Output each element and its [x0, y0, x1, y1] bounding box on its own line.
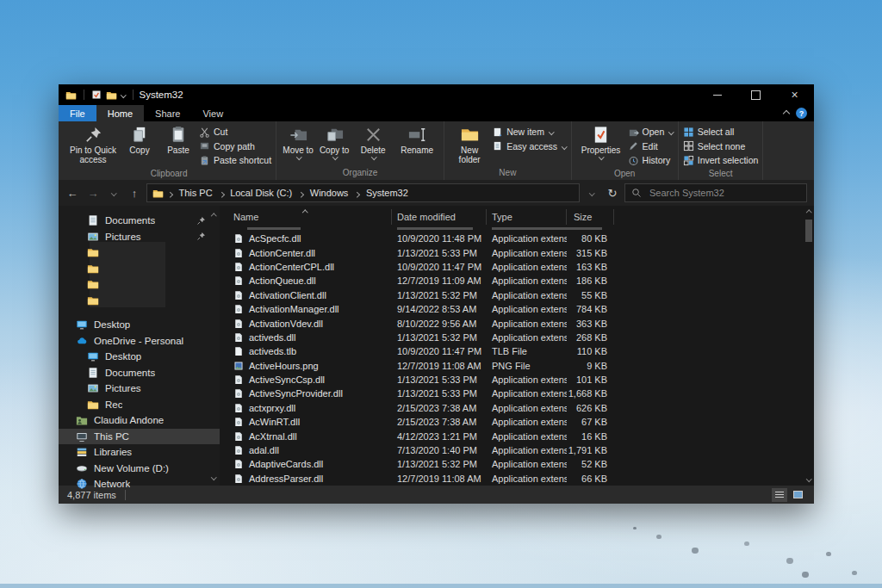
sidebar-item-this-pc[interactable]: This PC	[59, 429, 220, 445]
sidebar-item-pictures[interactable]: Pictures	[59, 381, 220, 397]
file-row-activeds-tlb[interactable]: activeds.tlb10/9/2020 11:47 PMTLB File11…	[220, 344, 804, 358]
sidebar-item-label: Desktop	[105, 351, 141, 362]
desktop-wallpaper: System32 × FileHomeShareView ? Pin to Qu…	[0, 0, 882, 588]
sidebar-item-desktop[interactable]: Desktop	[59, 349, 220, 365]
recent-locations-button[interactable]	[105, 184, 122, 201]
file-row-addressparser-dll[interactable]: AddressParser.dll12/7/2019 11:08 AMAppli…	[220, 472, 804, 486]
sidebar-item-redacted[interactable]	[59, 276, 220, 293]
sidebar-item-libraries[interactable]: Libraries	[59, 444, 220, 461]
scrollbar-thumb[interactable]	[805, 220, 812, 242]
up-button[interactable]: ↑	[126, 184, 143, 201]
sidebar-item-rec[interactable]: Rec	[59, 397, 220, 413]
move-to-icon	[289, 125, 308, 145]
breadcrumb[interactable]: This PCLocal Disk (C:)WindowsSystem32	[146, 183, 580, 202]
type-cell: Application extens...	[487, 262, 567, 272]
pin-to-quick-access-button[interactable]: Pin to Quick access	[66, 124, 120, 165]
properties-quick-icon[interactable]	[91, 90, 102, 100]
file-row-actioncentercpl-dll[interactable]: ActionCenterCPL.dll10/9/2020 11:47 PMApp…	[220, 260, 804, 274]
tab-home[interactable]: Home	[96, 105, 144, 121]
close-button[interactable]: ×	[775, 84, 814, 105]
pushpin-icon	[84, 125, 103, 145]
copy-to-button[interactable]: Copy to	[317, 124, 351, 160]
sidebar-item-claudiu-andone[interactable]: Claudiu Andone	[59, 412, 220, 429]
minimize-ribbon-chevron-icon[interactable]	[783, 109, 790, 116]
sidebar-item-redacted[interactable]	[59, 244, 220, 261]
copy-path-button[interactable]: Copy path	[199, 139, 271, 154]
sidebar-item-label: Pictures	[105, 232, 141, 242]
paste-shortcut-button[interactable]: Paste shortcut	[199, 153, 271, 168]
date-modified-cell: 10/9/2020 11:48 PM	[392, 233, 487, 244]
properties-button[interactable]: Properties	[576, 124, 626, 160]
breadcrumb-item-local-disk-c[interactable]: Local Disk (C:)	[227, 188, 295, 198]
date-modified-cell: 8/10/2022 9:56 AM	[392, 319, 487, 329]
history-button[interactable]: History	[628, 153, 674, 168]
paste-button[interactable]: Paste	[159, 124, 197, 156]
file-row-activeds-dll[interactable]: activeds.dll1/13/2021 5:32 PMApplication…	[220, 331, 804, 344]
file-row-activesyncprovider-dll[interactable]: ActiveSyncProvider.dll1/13/2021 5:33 PMA…	[220, 387, 804, 400]
sidebar-item-new-volume-d[interactable]: New Volume (D:)	[59, 461, 220, 477]
tab-share[interactable]: Share	[144, 105, 191, 121]
sidebar-item-documents[interactable]: Documents	[59, 213, 220, 229]
file-row-actxprxy-dll[interactable]: actxprxy.dll2/15/2023 7:38 AMApplication…	[220, 401, 804, 415]
sidebar-item-pictures[interactable]: Pictures	[59, 229, 220, 245]
tab-file[interactable]: File	[59, 105, 96, 121]
maximize-button[interactable]	[736, 84, 775, 105]
column-header-date-modified[interactable]: Date modified	[392, 209, 487, 225]
tab-view[interactable]: View	[191, 105, 234, 121]
cut-button[interactable]: Cut	[199, 125, 271, 139]
easy-access-button[interactable]: Easy access	[492, 139, 566, 154]
forward-button[interactable]: →	[84, 184, 102, 201]
maximize-icon	[751, 90, 761, 100]
copy-button[interactable]: Copy	[121, 124, 158, 156]
scroll-down-button[interactable]	[804, 473, 814, 484]
select-all-button[interactable]: Select all	[683, 125, 759, 139]
address-dropdown-button[interactable]	[583, 184, 600, 201]
file-row-acxtrnal-dll[interactable]: AcXtrnal.dll4/12/2023 1:21 PMApplication…	[220, 429, 804, 443]
help-icon[interactable]: ?	[796, 108, 807, 119]
file-row-activationvdev-dll[interactable]: ActivationVdev.dll8/10/2022 9:56 AMAppli…	[220, 316, 804, 330]
sidebar-item-documents[interactable]: Documents	[59, 365, 220, 381]
rename-button[interactable]: Rename	[394, 124, 439, 156]
customize-toolbar-chevron-icon[interactable]	[121, 92, 126, 97]
file-row-actionqueue-dll[interactable]: ActionQueue.dll12/7/2019 11:09 AMApplica…	[220, 274, 804, 288]
details-view-button[interactable]	[772, 488, 787, 502]
breadcrumb-item-this-pc[interactable]: This PC	[177, 188, 215, 198]
select-none-button[interactable]: Select none	[683, 139, 759, 154]
delete-button[interactable]: Delete	[353, 124, 393, 160]
move-to-button[interactable]: Move to	[281, 124, 315, 160]
open-button[interactable]: Open	[628, 125, 674, 139]
invert-selection-button[interactable]: Invert selection	[683, 153, 759, 168]
sidebar-item-redacted[interactable]	[59, 261, 220, 277]
scroll-up-button[interactable]	[804, 207, 814, 218]
search-box[interactable]	[624, 183, 807, 202]
clipped-row[interactable]	[220, 225, 804, 232]
column-header-type[interactable]: Type	[487, 209, 567, 225]
file-row-activehours-png[interactable]: ActiveHours.png12/7/2019 11:08 AMPNG Fil…	[220, 359, 804, 373]
back-button[interactable]: ←	[64, 184, 81, 201]
file-row-acwinrt-dll[interactable]: AcWinRT.dll2/15/2023 7:38 AMApplication …	[220, 415, 804, 429]
sidebar-item-redacted[interactable]	[59, 293, 220, 309]
edit-button[interactable]: Edit	[628, 139, 674, 154]
sidebar-item-network[interactable]: Network	[59, 476, 220, 492]
thumbnails-view-button[interactable]	[790, 488, 805, 502]
breadcrumb-item-system32[interactable]: System32	[363, 188, 411, 198]
refresh-button[interactable]: ↻	[604, 184, 621, 201]
search-input[interactable]	[648, 187, 800, 199]
file-row-adal-dll[interactable]: adal.dll7/13/2020 1:40 PMApplication ext…	[220, 443, 804, 457]
properties-icon	[591, 125, 611, 145]
column-header-size[interactable]: Size	[567, 209, 614, 225]
sidebar-item-desktop[interactable]: Desktop	[59, 317, 220, 333]
new-item-button[interactable]: New item	[492, 125, 566, 139]
file-row-activesynccsp-dll[interactable]: ActiveSyncCsp.dll1/13/2021 5:33 PMApplic…	[220, 373, 804, 387]
new-folder-quick-icon[interactable]	[106, 90, 117, 101]
breadcrumb-item-windows[interactable]: Windows	[307, 188, 351, 198]
file-row-activationclient-dll[interactable]: ActivationClient.dll1/13/2021 5:32 PMApp…	[220, 288, 804, 302]
file-row-acspecfc-dll[interactable]: AcSpecfc.dll10/9/2020 11:48 PMApplicatio…	[220, 232, 804, 245]
new-folder-button[interactable]: New folder	[449, 124, 490, 165]
minimize-button[interactable]	[698, 84, 736, 105]
file-row-actioncenter-dll[interactable]: ActionCenter.dll1/13/2021 5:33 PMApplica…	[220, 245, 804, 259]
file-row-activationmanager-dll[interactable]: ActivationManager.dll9/14/2022 8:53 AMAp…	[220, 302, 804, 316]
vertical-scrollbar[interactable]	[804, 206, 814, 486]
sidebar-item-onedrive-personal[interactable]: OneDrive - Personal	[59, 333, 220, 350]
file-row-adaptivecards-dll[interactable]: AdaptiveCards.dll1/13/2021 5:32 PMApplic…	[220, 457, 804, 471]
